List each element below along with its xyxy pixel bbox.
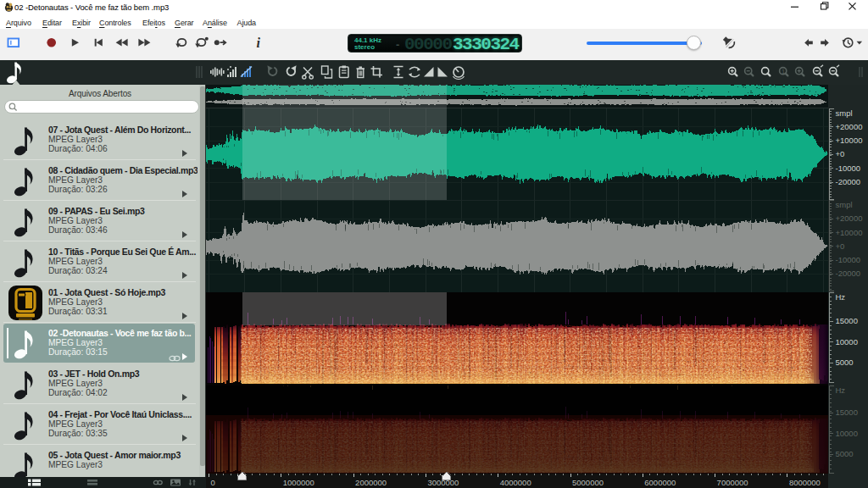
- svg-text:smpl: smpl: [836, 108, 853, 118]
- svg-text:+10000: +10000: [836, 228, 863, 237]
- svg-text:5000: 5000: [836, 449, 854, 458]
- svg-text:15000: 15000: [836, 316, 858, 325]
- svg-text:-10000: -10000: [836, 255, 861, 264]
- svg-text:i: i: [257, 36, 261, 50]
- svg-text:10000: 10000: [836, 429, 858, 438]
- svg-text:1000000: 1000000: [283, 478, 314, 487]
- svg-text:6000000: 6000000: [644, 478, 676, 487]
- svg-text:8000000: 8000000: [789, 478, 821, 487]
- svg-text:5000000: 5000000: [572, 478, 604, 487]
- svg-text:2000000: 2000000: [355, 478, 387, 487]
- svg-text:Hz: Hz: [836, 385, 846, 395]
- svg-text:1: 1: [782, 69, 785, 75]
- svg-text:+20000: +20000: [836, 214, 863, 223]
- svg-text:+10000: +10000: [836, 136, 863, 145]
- svg-text:+20000: +20000: [836, 122, 863, 131]
- svg-text:+0: +0: [836, 149, 845, 158]
- svg-text:-20000: -20000: [836, 269, 861, 278]
- svg-text:-20000: -20000: [836, 177, 861, 186]
- svg-text:10000: 10000: [836, 337, 858, 347]
- svg-text:Hz: Hz: [836, 292, 846, 302]
- svg-text:7000000: 7000000: [717, 478, 748, 487]
- svg-text:-10000: -10000: [836, 164, 861, 173]
- svg-text:0: 0: [211, 478, 215, 487]
- svg-text:smpl: smpl: [836, 200, 853, 209]
- svg-text:4000000: 4000000: [500, 478, 531, 487]
- svg-text:15000: 15000: [836, 408, 858, 417]
- svg-text:5000: 5000: [836, 358, 854, 367]
- svg-text:+0: +0: [836, 241, 845, 251]
